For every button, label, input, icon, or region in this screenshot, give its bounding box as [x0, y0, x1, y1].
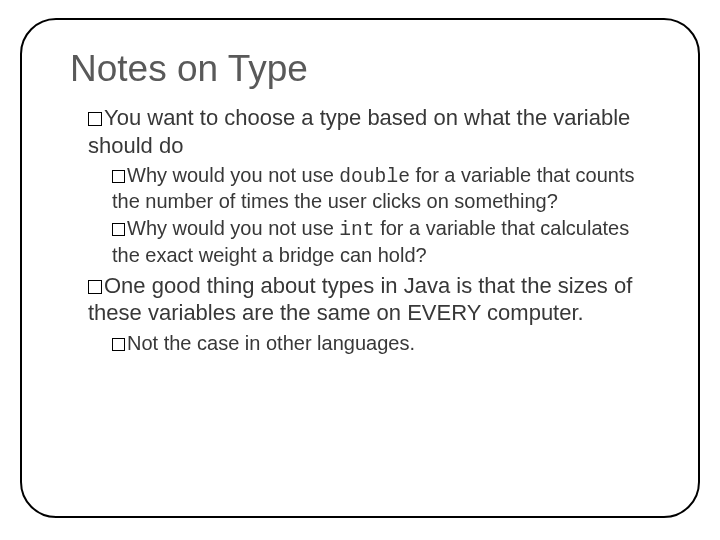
bullet-text-pre: Why would you not use: [127, 217, 339, 239]
code-span: int: [339, 219, 374, 241]
square-bullet-icon: [88, 280, 102, 294]
bullet-text: One good thing about types in Java is th…: [88, 273, 632, 326]
bullet-level2: Why would you not use double for a varia…: [70, 163, 658, 214]
square-bullet-icon: [112, 170, 125, 183]
slide-frame: Notes on Type You want to choose a type …: [20, 18, 700, 518]
bullet-level1: You want to choose a type based on what …: [70, 104, 658, 159]
bullet-text-pre: Not the case in other languages.: [127, 332, 415, 354]
square-bullet-icon: [88, 112, 102, 126]
slide-title: Notes on Type: [70, 48, 658, 90]
bullet-level2: Why would you not use int for a variable…: [70, 216, 658, 267]
code-span: double: [339, 166, 410, 188]
bullet-text: You want to choose a type based on what …: [88, 105, 630, 158]
bullet-text-pre: Why would you not use: [127, 164, 339, 186]
square-bullet-icon: [112, 223, 125, 236]
bullet-level1: One good thing about types in Java is th…: [70, 272, 658, 327]
square-bullet-icon: [112, 338, 125, 351]
bullet-level2: Not the case in other languages.: [70, 331, 658, 357]
